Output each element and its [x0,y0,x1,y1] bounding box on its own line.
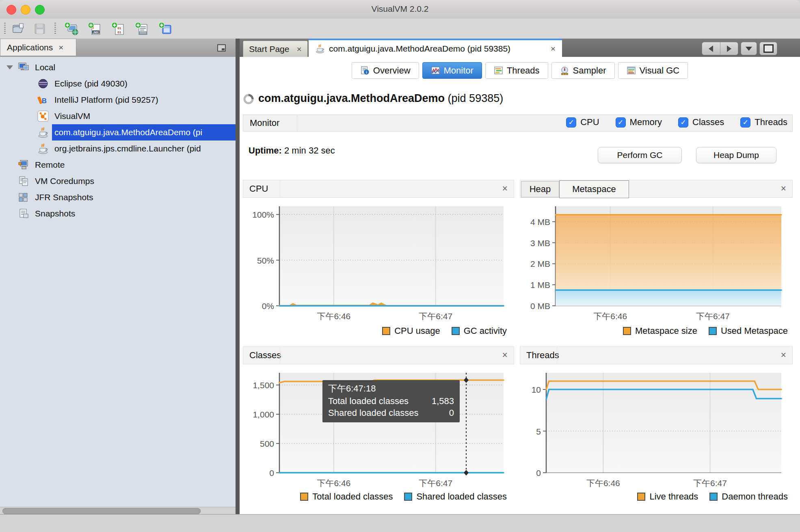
perform-gc-label: Perform GC [617,150,662,160]
subtab-visual-gc[interactable]: Visual GC [618,62,688,79]
left-arrow-icon [709,45,713,52]
applications-tab[interactable]: Applications × [0,39,76,56]
java-cup-icon [37,127,49,138]
close-icon[interactable]: × [58,43,63,52]
divider [557,347,557,364]
tab-methodareademo[interactable]: com.atguigu.java.MethodAreaDemo (pid 593… [309,39,562,57]
blue-swatch-icon [709,493,718,501]
divider [280,347,280,364]
checkbox-classes[interactable]: ✓ Classes [678,117,724,128]
subtab-threads[interactable]: Threads [485,62,548,79]
tree-item-vm-coredumps[interactable]: VM Coredumps [0,173,236,189]
expander-icon[interactable] [6,65,13,69]
heap-dump-button[interactable]: Heap Dump [696,147,776,163]
add-remote-host-icon [64,22,79,36]
svg-text:下午6:46: 下午6:46 [586,478,620,488]
checkbox-checked-icon[interactable]: ✓ [566,117,576,128]
threads-panel-title: Threads [526,350,559,361]
tab-list-dropdown-button[interactable] [741,42,757,55]
close-icon[interactable]: × [502,183,508,194]
tab-start-page[interactable]: Start Page × [243,41,308,57]
svg-text:1,500: 1,500 [253,381,274,390]
legend-item: Shared loaded classes [404,491,507,502]
subtab-overview[interactable]: i Overview [352,62,419,79]
scrollbar-thumb[interactable] [2,508,201,514]
svg-text:50%: 50% [257,256,274,265]
close-icon[interactable]: × [502,350,508,361]
metaspace-chart: 下午6:46下午6:474 MB3 MB2 MB1 MB0 MB [520,198,793,326]
maximize-view-button[interactable] [759,42,777,55]
tree-item-intellij[interactable]: B IntelliJ Platform (pid 59257) [0,92,236,108]
checkbox-threads[interactable]: ✓ Threads [740,117,787,128]
legend-label: Daemon threads [722,491,788,502]
splitter[interactable] [236,39,240,514]
subtab-monitor[interactable]: Monitor [422,62,482,79]
blue-swatch-icon [709,327,717,335]
divider [280,180,280,197]
window-titlebar: VisualVM 2.0.2 [0,0,800,19]
orange-swatch-icon [623,327,631,335]
uptime-label: Uptime: [249,145,282,156]
close-icon[interactable]: × [551,44,556,53]
checkbox-checked-icon[interactable]: ✓ [616,117,626,128]
horizontal-scrollbar[interactable] [0,507,236,515]
minimize-panel-button[interactable] [216,43,226,53]
svg-text:JMX: JMX [93,31,99,34]
tree-item-remote[interactable]: Remote [0,157,236,173]
svg-text:10: 10 [532,385,541,394]
tree-item-eclipse[interactable]: Eclipse (pid 49030) [0,76,236,92]
perform-gc-button[interactable]: Perform GC [598,147,682,163]
tooltip-value: 1,583 [432,396,454,407]
tree-item-jps-launcher[interactable]: org.jetbrains.jps.cmdline.Launcher (pid [0,141,236,157]
take-snapshot-button[interactable]: 01 01 [110,21,127,37]
svg-text:500: 500 [260,439,274,448]
classes-panel-header: Classes × [243,346,514,364]
save-button[interactable] [32,21,48,37]
jfr-icon [18,192,30,203]
memory-panel-header: Heap Metaspace × [520,180,793,198]
tree-item-label: Local [35,63,55,72]
scroll-tabs-left-button[interactable] [702,42,720,55]
minimize-panel-icon [217,44,226,52]
tree-item-snapshots[interactable]: Snapshots [0,205,236,222]
legend-label: Total loaded classes [312,491,393,502]
legend-item: Metaspace size [623,326,697,336]
chart-tooltip: 下午6:47:18 Total loaded classes 1,583 Sha… [322,380,460,422]
checkbox-cpu[interactable]: ✓ CPU [566,117,599,128]
subtab-sampler[interactable]: Sampler [551,62,615,79]
visualvm-icon [37,110,49,122]
svg-text:下午6:47: 下午6:47 [419,311,452,321]
tree-item-jfr-snapshots[interactable]: JFR Snapshots [0,189,236,205]
tab-nav-buttons [702,42,738,55]
add-remote-host-button[interactable] [63,21,80,37]
threads-icon [494,66,503,75]
tree-item-methodareademo[interactable]: com.atguigu.java.MethodAreaDemo (pi [0,124,236,141]
legend-label: GC activity [464,326,507,336]
tooltip-value: 0 [449,408,454,418]
heap-tab[interactable]: Heap [521,181,559,197]
take-thread-dump-button[interactable] [134,21,150,37]
svg-text:3 MB: 3 MB [530,238,550,248]
take-heap-dump-button[interactable] [158,21,174,37]
checkbox-checked-icon[interactable]: ✓ [740,117,750,128]
tree-item-label: Snapshots [35,209,75,218]
legend-label: Used Metaspace [721,326,788,336]
tree-item-label: VM Coredumps [35,176,94,186]
snapshots-icon [18,208,30,219]
checkbox-memory[interactable]: ✓ Memory [616,117,662,128]
checkbox-checked-icon[interactable]: ✓ [678,117,688,128]
save-icon [33,22,47,36]
checkbox-label: Memory [630,117,662,128]
tree-item-local[interactable]: Local [0,59,236,76]
tree-item-visualvm[interactable]: VisualVM [0,108,236,124]
close-icon[interactable]: × [781,350,786,361]
add-jmx-connection-button[interactable]: JMX [87,21,103,37]
metaspace-tab[interactable]: Metaspace [559,180,629,198]
cpu-legend: CPU usage GC activity [243,326,507,336]
window-title: VisualVM 2.0.2 [0,4,800,14]
close-icon[interactable]: × [781,183,786,194]
scroll-tabs-right-button[interactable] [720,42,738,55]
open-file-button[interactable] [10,21,26,37]
java-cup-icon [315,44,325,54]
close-icon[interactable]: × [296,45,301,53]
